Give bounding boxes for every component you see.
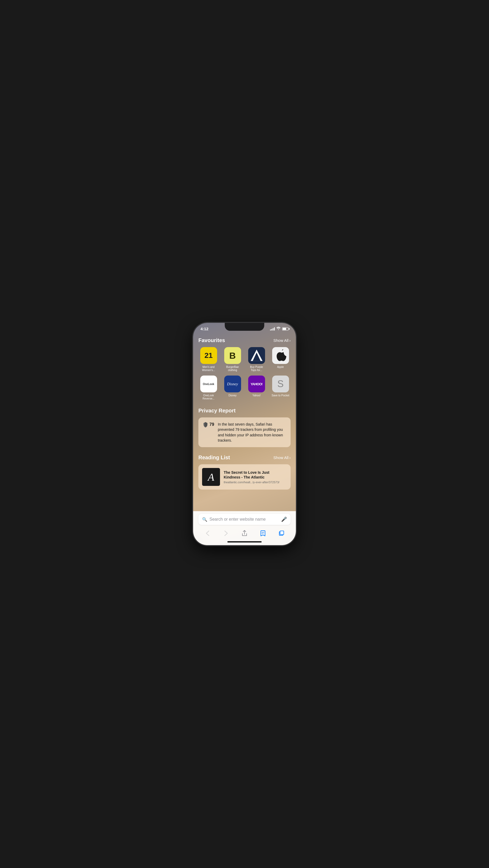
privacy-report-text: In the last seven days, Safari has preve… (218, 422, 286, 443)
privacy-report-section: Privacy Report 79 In the last seven days… (198, 408, 291, 447)
onelook-label: OneLook Reverse... (200, 394, 218, 400)
phone-frame: 4:12 (193, 323, 296, 545)
search-bar[interactable]: 🔍 Search or enter website name 🎤 (198, 514, 291, 525)
reading-list-section: Reading List Show All › A The Secret to … (198, 455, 291, 490)
forward-button[interactable] (221, 528, 231, 538)
burgerbae-icon: B (224, 347, 241, 364)
arch-label: Buy Purple Tops for... (247, 366, 266, 372)
bookmarks-button[interactable] (258, 528, 268, 538)
favourite-item-21wire[interactable]: 21 Men's and Women's... (198, 347, 219, 372)
share-button[interactable] (239, 528, 250, 538)
notch (225, 323, 264, 331)
21wire-icon: 21 (200, 347, 217, 364)
favourite-item-disney[interactable]: Disney Disney (222, 375, 243, 400)
signal-icon (270, 327, 275, 331)
back-button[interactable] (202, 528, 213, 538)
microphone-icon[interactable]: 🎤 (281, 517, 287, 522)
home-indicator (227, 541, 262, 542)
reading-list-item[interactable]: A The Secret to Love Is Just Kindness - … (198, 464, 291, 490)
bottom-bar: 🔍 Search or enter website name 🎤 (193, 511, 296, 545)
favourite-item-apple[interactable]: Apple (270, 347, 291, 372)
apple-label: Apple (277, 366, 284, 369)
browser-toolbar (198, 527, 291, 539)
reading-list-title: Reading List (198, 455, 230, 461)
reading-thumb: A (202, 468, 220, 486)
reading-list-header: Reading List Show All › (198, 455, 291, 461)
search-icon: 🔍 (202, 517, 207, 522)
search-input[interactable]: Search or enter website name (210, 517, 279, 522)
reading-thumb-letter: A (208, 471, 214, 483)
favourite-item-pocket[interactable]: S Save to Pocket (270, 375, 291, 400)
favourites-header: Favourites Show All › (198, 337, 291, 343)
pocket-label: Save to Pocket (272, 394, 289, 397)
favourites-show-all-button[interactable]: Show All › (273, 338, 291, 343)
reading-info: The Secret to Love Is Just Kindness - Th… (224, 470, 287, 484)
yahoo-label: Yahoo! (252, 394, 261, 397)
privacy-badge: 79 (203, 422, 214, 427)
favourite-item-yahoo[interactable]: YAHOO! Yahoo! (246, 375, 267, 400)
privacy-report-header: Privacy Report (198, 408, 291, 414)
privacy-report-title: Privacy Report (198, 408, 236, 414)
reading-list-show-all-button[interactable]: Show All › (273, 455, 291, 460)
phone-screen: 4:12 (193, 323, 296, 545)
arch-icon (248, 347, 265, 364)
tracker-count: 79 (210, 422, 214, 427)
privacy-report-card[interactable]: 79 In the last seven days, Safari has pr… (198, 417, 291, 447)
wifi-icon (276, 327, 281, 331)
tabs-button[interactable] (276, 528, 287, 538)
favourite-item-onelook[interactable]: OneLook OneLook Reverse... (198, 375, 219, 400)
content-area[interactable]: Favourites Show All › 21 Men's and Women… (193, 333, 296, 511)
yahoo-icon: YAHOO! (248, 375, 265, 393)
favourites-grid: 21 Men's and Women's... B BurgerBae clot… (198, 347, 291, 400)
apple-icon (272, 347, 289, 364)
status-time: 4:12 (201, 327, 208, 331)
burgerbae-label: BurgerBae clothing (223, 366, 242, 372)
pocket-icon: S (272, 375, 289, 393)
reading-title: The Secret to Love Is Just Kindness - Th… (224, 470, 287, 479)
battery-icon (282, 327, 288, 331)
onelook-icon: OneLook (200, 375, 217, 393)
svg-rect-4 (280, 531, 284, 535)
reading-url: theatlantic.com/healt...ly-ever-after/37… (224, 480, 287, 484)
21wire-label: Men's and Women's... (200, 366, 218, 372)
status-icons (270, 327, 288, 331)
favourite-item-burgerbae[interactable]: B BurgerBae clothing (222, 347, 243, 372)
disney-label: Disney (228, 394, 237, 397)
favourite-item-arch[interactable]: Buy Purple Tops for... (246, 347, 267, 372)
favourites-title: Favourites (198, 337, 225, 343)
disney-icon: Disney (224, 375, 241, 393)
